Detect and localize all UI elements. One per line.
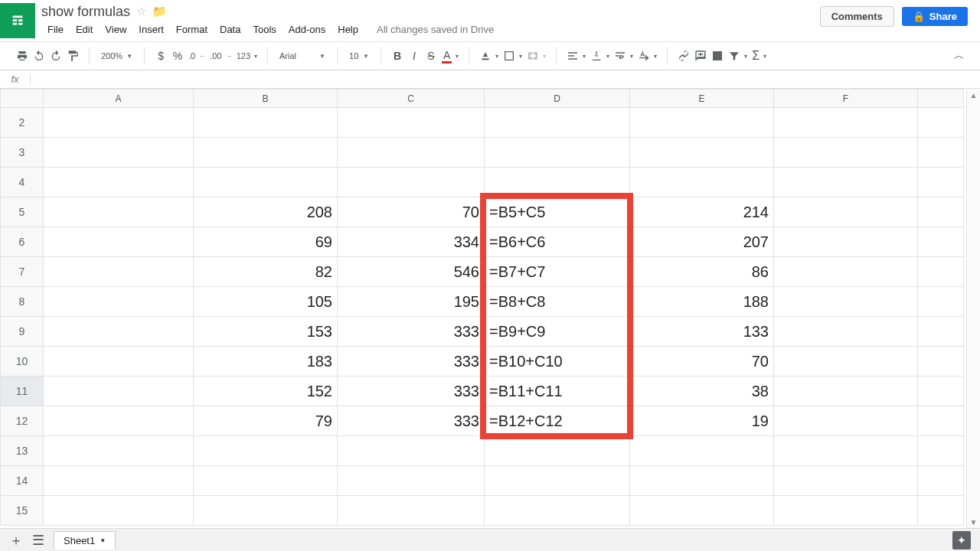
cell-F13[interactable]: [774, 436, 918, 466]
cell-F14[interactable]: [774, 466, 918, 496]
cell-F4[interactable]: [774, 168, 918, 197]
cell-E8[interactable]: 188: [630, 287, 774, 317]
cell-F7[interactable]: [774, 257, 918, 287]
cell-4[interactable]: [918, 168, 964, 197]
all-sheets-button[interactable]: ☰: [32, 532, 44, 549]
cell-E13[interactable]: [630, 436, 774, 466]
cell-B11[interactable]: 152: [194, 377, 338, 406]
cell-C8[interactable]: 195: [338, 287, 485, 317]
cell-C15[interactable]: [338, 496, 485, 526]
cell-A3[interactable]: [44, 138, 194, 168]
row-header-10[interactable]: 10: [1, 347, 44, 377]
cell-B7[interactable]: 82: [194, 257, 338, 287]
folder-icon[interactable]: 📁: [152, 5, 167, 18]
select-all-corner[interactable]: [1, 90, 44, 108]
cell-A6[interactable]: [44, 227, 194, 257]
cell-B13[interactable]: [194, 436, 338, 466]
sheet-tab[interactable]: Sheet1 ▼: [54, 531, 116, 549]
cell-A2[interactable]: [44, 108, 194, 138]
cell-B14[interactable]: [194, 466, 338, 496]
row-header-5[interactable]: 5: [1, 197, 44, 227]
menu-data[interactable]: Data: [214, 22, 247, 37]
cell-A12[interactable]: [44, 406, 194, 436]
cell-B8[interactable]: 105: [194, 287, 338, 317]
cell-E5[interactable]: 214: [630, 197, 774, 227]
cell-F11[interactable]: [774, 377, 918, 406]
insert-comment-button[interactable]: [692, 46, 709, 66]
cell-D4[interactable]: [485, 168, 630, 197]
cell-C13[interactable]: [338, 436, 485, 466]
scroll-down-icon[interactable]: ▼: [967, 516, 980, 528]
cell-A14[interactable]: [44, 466, 194, 496]
menu-file[interactable]: File: [41, 22, 70, 37]
comments-button[interactable]: Comments: [820, 6, 894, 27]
cell-E9[interactable]: 133: [630, 317, 774, 347]
menu-help[interactable]: Help: [332, 22, 364, 37]
cell-13[interactable]: [918, 436, 964, 466]
cell-C10[interactable]: 333: [338, 347, 485, 377]
cell-5[interactable]: [918, 197, 964, 227]
text-wrap-button[interactable]: ▾: [612, 46, 635, 66]
cell-11[interactable]: [918, 377, 964, 406]
row-header-3[interactable]: 3: [1, 138, 44, 168]
cell-10[interactable]: [918, 347, 964, 377]
cell-E14[interactable]: [630, 466, 774, 496]
cell-F5[interactable]: [774, 197, 918, 227]
scroll-up-icon[interactable]: ▲: [967, 89, 980, 101]
cell-F3[interactable]: [774, 138, 918, 168]
cell-C14[interactable]: [338, 466, 485, 496]
number-format-button[interactable]: 123▾: [234, 46, 260, 66]
cell-C3[interactable]: [338, 138, 485, 168]
col-C[interactable]: C: [338, 90, 485, 108]
print-button[interactable]: [14, 46, 31, 66]
cell-F6[interactable]: [774, 227, 918, 257]
cell-D11[interactable]: =B11+C11: [485, 377, 630, 406]
cell-B4[interactable]: [194, 168, 338, 197]
cell-E7[interactable]: 86: [630, 257, 774, 287]
vertical-scrollbar[interactable]: ▲ ▼: [966, 89, 980, 528]
cell-E4[interactable]: [630, 168, 774, 197]
spreadsheet-grid[interactable]: A B C D E F 234520870=B5+C5214669334=B6+…: [0, 89, 964, 526]
cell-D5[interactable]: =B5+C5: [485, 197, 630, 227]
cell-E15[interactable]: [630, 496, 774, 526]
filter-button[interactable]: ▾: [726, 46, 750, 66]
cell-D2[interactable]: [485, 108, 630, 138]
row-header-15[interactable]: 15: [1, 496, 44, 526]
cell-E12[interactable]: 19: [630, 406, 774, 436]
cell-C11[interactable]: 333: [338, 377, 485, 406]
cell-C9[interactable]: 333: [338, 317, 485, 347]
cell-D15[interactable]: [485, 496, 630, 526]
text-rotation-button[interactable]: ▾: [635, 46, 659, 66]
zoom-select[interactable]: 200%▼: [97, 47, 136, 65]
cell-8[interactable]: [918, 287, 964, 317]
cell-A8[interactable]: [44, 287, 194, 317]
cell-D8[interactable]: =B8+C8: [485, 287, 630, 317]
insert-chart-button[interactable]: [709, 46, 726, 66]
col-A[interactable]: A: [44, 90, 194, 108]
row-header-6[interactable]: 6: [1, 227, 44, 257]
cell-D7[interactable]: =B7+C7: [485, 257, 630, 287]
cell-E10[interactable]: 70: [630, 347, 774, 377]
percent-button[interactable]: %: [169, 46, 186, 66]
cell-A4[interactable]: [44, 168, 194, 197]
cell-C6[interactable]: 334: [338, 227, 485, 257]
font-select[interactable]: Arial▼: [276, 47, 329, 65]
row-header-2[interactable]: 2: [1, 108, 44, 138]
cell-14[interactable]: [918, 466, 964, 496]
cell-A15[interactable]: [44, 496, 194, 526]
explore-button[interactable]: ✦: [952, 531, 971, 549]
sheet-tab-menu-icon[interactable]: ▼: [100, 537, 106, 544]
cell-C5[interactable]: 70: [338, 197, 485, 227]
cell-9[interactable]: [918, 317, 964, 347]
menu-format[interactable]: Format: [170, 22, 214, 37]
menu-view[interactable]: View: [99, 22, 132, 37]
col-overflow[interactable]: [918, 90, 964, 108]
cell-D6[interactable]: =B6+C6: [485, 227, 630, 257]
cell-A5[interactable]: [44, 197, 194, 227]
functions-button[interactable]: Σ▾: [750, 46, 769, 66]
cell-D9[interactable]: =B9+C9: [485, 317, 630, 347]
menu-edit[interactable]: Edit: [70, 22, 99, 37]
share-button[interactable]: 🔒 Share: [902, 7, 968, 26]
insert-link-button[interactable]: [675, 46, 692, 66]
undo-button[interactable]: [31, 46, 47, 66]
